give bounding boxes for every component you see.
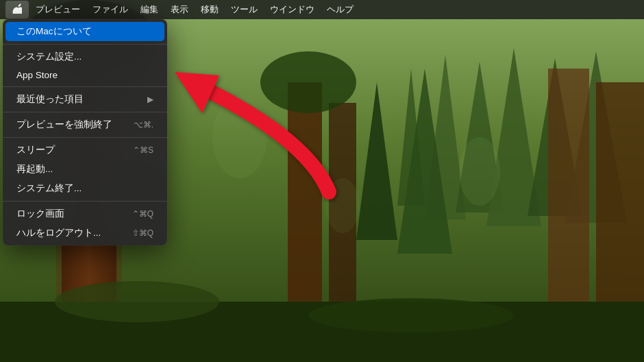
force-quit-shortcut: ⌥⌘. <box>134 120 153 130</box>
menu-item-lock-screen[interactable]: ロック画面 ⌃⌘Q <box>5 204 164 224</box>
menu-item-restart[interactable]: 再起動... <box>5 160 164 179</box>
menu-separator-1 <box>3 44 167 45</box>
svg-point-20 <box>55 281 219 322</box>
svg-point-18 <box>260 51 356 113</box>
menubar: プレビュー ファイル 編集 表示 移動 ツール ウインドウ ヘルプ <box>0 0 644 19</box>
logout-shortcut: ⇧⌘Q <box>132 228 153 238</box>
svg-point-22 <box>212 96 267 178</box>
logout-label: ハルをログアウト... <box>16 227 101 239</box>
menu-item-recent-items[interactable]: 最近使った項目 ▶ <box>5 90 164 109</box>
recent-items-label: 最近使った項目 <box>16 93 84 106</box>
sleep-shortcut: ⌃⌘S <box>133 145 153 155</box>
menubar-file[interactable]: ファイル <box>87 1 134 18</box>
menubar-view[interactable]: 表示 <box>165 1 194 18</box>
menu-separator-4 <box>3 137 167 138</box>
menu-item-sleep[interactable]: スリープ ⌃⌘S <box>5 141 164 160</box>
menu-item-shutdown[interactable]: システム終了... <box>5 179 164 198</box>
menu-item-system-prefs[interactable]: システム設定... <box>5 47 164 67</box>
sleep-label: スリープ <box>16 144 55 156</box>
menu-item-about-mac[interactable]: このMacについて <box>5 22 164 41</box>
menubar-go[interactable]: 移動 <box>195 1 224 18</box>
lock-screen-shortcut: ⌃⌘Q <box>132 209 153 219</box>
menu-item-logout[interactable]: ハルをログアウト... ⇧⌘Q <box>5 224 164 243</box>
about-mac-label: このMacについて <box>16 25 92 38</box>
menu-separator-3 <box>3 112 167 112</box>
shutdown-label: システム終了... <box>16 182 82 195</box>
svg-point-21 <box>308 298 514 333</box>
menu-separator-5 <box>3 201 167 202</box>
menubar-edit[interactable]: 編集 <box>135 1 164 18</box>
apple-dropdown-menu: このMacについて システム設定... App Store 最近使った項目 ▶ … <box>3 19 167 245</box>
lock-screen-label: ロック画面 <box>16 208 64 220</box>
menu-item-force-quit[interactable]: プレビューを強制終了 ⌥⌘. <box>5 115 164 134</box>
menubar-help[interactable]: ヘルプ <box>321 1 359 18</box>
svg-point-24 <box>325 178 360 233</box>
force-quit-label: プレビューを強制終了 <box>16 119 112 131</box>
system-prefs-label: システム設定... <box>16 51 82 63</box>
recent-items-arrow: ▶ <box>147 95 153 104</box>
menu-separator-2 <box>3 86 167 87</box>
restart-label: 再起動... <box>16 163 53 176</box>
app-store-label: App Store <box>16 70 58 80</box>
menu-item-app-store[interactable]: App Store <box>5 67 164 84</box>
menubar-window[interactable]: ウインドウ <box>264 1 320 18</box>
apple-menu-button[interactable] <box>5 1 29 19</box>
svg-point-23 <box>459 137 500 206</box>
menubar-tools[interactable]: ツール <box>225 1 263 18</box>
menubar-preview[interactable]: プレビュー <box>30 1 86 18</box>
